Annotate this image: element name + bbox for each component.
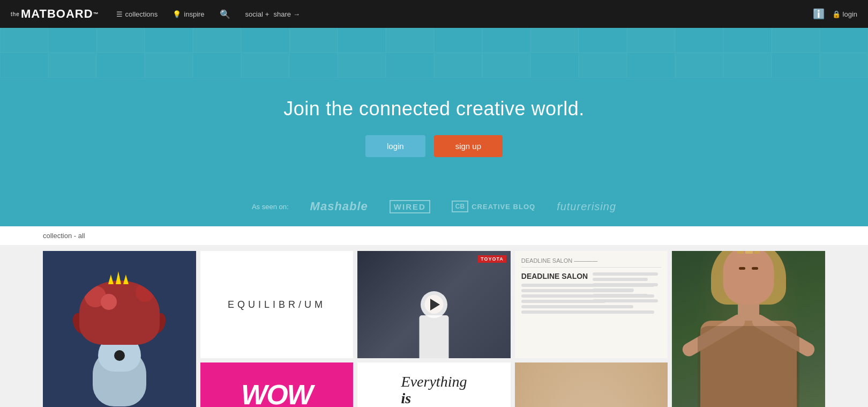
menu-icon: ☰: [116, 10, 123, 18]
grid-cell: [820, 28, 868, 53]
grid-cell: [723, 28, 772, 53]
hero-login-button[interactable]: login: [365, 135, 425, 157]
toyota-label: TOYOTA: [478, 255, 506, 263]
card-wow[interactable]: WOW: [200, 362, 354, 407]
card-document[interactable]: DEADLINE SALON ———— DEADLINE SALON: [515, 251, 668, 358]
press-creativebloq: CB CREATIVE BLOQ: [452, 201, 535, 212]
card-illustration[interactable]: [43, 251, 196, 407]
masonry-col-3: TOYOTA Everything is beautiful: [357, 251, 511, 407]
press-mashable: Mashable: [310, 199, 368, 213]
as-seen-on-bar: As seen on: Mashable WIRED CB CREATIVE B…: [0, 199, 868, 213]
portrait-figure: [672, 251, 825, 407]
grid-cell: [241, 28, 289, 53]
masonry-section: EQUILIBR/UM WOW: [0, 246, 868, 407]
grid-cell: [48, 28, 96, 53]
grid-cell: [338, 53, 386, 77]
grid-cell: [386, 53, 434, 77]
grid-cell: [145, 53, 193, 77]
grid-cell: [338, 28, 386, 53]
card-equilibrium[interactable]: EQUILIBR/UM: [200, 251, 354, 358]
logo-tm: ™: [93, 11, 99, 17]
lightbulb-icon: 💡: [173, 10, 181, 18]
navbar: the MATBOARD ™ ☰ collections 💡 inspire 🔍…: [0, 0, 868, 28]
grid-cell: [772, 53, 820, 77]
grid-cell: [145, 28, 193, 53]
masonry-col-2: EQUILIBR/UM WOW: [200, 251, 354, 407]
hero-signup-button[interactable]: sign up: [434, 135, 503, 157]
grid-cell: [386, 28, 434, 53]
hero-section: Join the connected creative world. login…: [0, 28, 868, 226]
doc-second-col: [593, 272, 662, 302]
grid-cell: [96, 28, 145, 53]
grid-cell: [723, 53, 772, 77]
social-button[interactable]: social +: [245, 10, 270, 18]
masonry-col-5: [672, 251, 825, 407]
grid-cell: [193, 28, 241, 53]
doc-line: [521, 310, 655, 314]
beautiful-content: Everything is beautiful: [393, 366, 476, 407]
collections-link[interactable]: ☰ collections: [110, 10, 164, 18]
grid-cell: [434, 53, 482, 77]
grid-cell: [241, 53, 289, 77]
grid-cell: [289, 28, 338, 53]
share-button[interactable]: share →: [273, 10, 300, 18]
play-button[interactable]: [421, 291, 447, 318]
hero-title: Join the connected creative world.: [283, 98, 584, 120]
grid-cell: [48, 53, 96, 77]
doc-header: DEADLINE SALON ————: [521, 257, 662, 268]
nav-links: ☰ collections 💡 inspire 🔍 social + share…: [110, 9, 306, 19]
collection-bar: collection - all: [0, 226, 868, 246]
card-beautiful[interactable]: Everything is beautiful: [357, 362, 511, 407]
info-icon[interactable]: ℹ️: [813, 8, 825, 20]
grid-cell: [193, 53, 241, 77]
search-button[interactable]: 🔍: [213, 9, 237, 19]
logo-the: the: [11, 11, 20, 17]
wow-text: WOW: [241, 379, 312, 407]
press-futurerising: futurerising: [557, 201, 616, 213]
social-share-group: social + share →: [239, 10, 306, 18]
hero-buttons: login sign up: [283, 135, 584, 157]
hero-content: Join the connected creative world. login…: [283, 98, 584, 157]
card-portrait[interactable]: [672, 251, 825, 407]
grid-cell: [289, 53, 338, 77]
grid-cell: [530, 28, 579, 53]
press-wired: WIRED: [390, 200, 430, 213]
grid-cell: [96, 53, 145, 77]
doc-line: [521, 305, 633, 308]
masonry-grid: EQUILIBR/UM WOW: [43, 251, 825, 407]
masonry-col-1: [43, 251, 196, 407]
grid-cell: [675, 28, 723, 53]
typography-background: [515, 362, 668, 407]
inspire-link[interactable]: 💡 inspire: [166, 10, 211, 18]
grid-cell: [772, 28, 820, 53]
grid-cell: [434, 28, 482, 53]
lock-icon: 🔒: [832, 10, 841, 18]
masonry-col-4: DEADLINE SALON ———— DEADLINE SALON: [515, 251, 668, 407]
collection-label: collection - all: [43, 232, 85, 240]
navbar-right: ℹ️ 🔒 login: [813, 8, 857, 20]
login-link[interactable]: 🔒 login: [832, 10, 857, 18]
card-video[interactable]: TOYOTA: [357, 251, 511, 358]
card-typography[interactable]: OLD is the new NEW: [515, 362, 668, 407]
grid-cell: [0, 28, 48, 53]
logo[interactable]: the MATBOARD ™: [11, 7, 99, 21]
grid-cell: [0, 53, 48, 77]
grid-cell: [627, 53, 675, 77]
beautiful-text: Everything is beautiful: [401, 374, 467, 407]
logo-brand: MATBOARD: [21, 7, 93, 21]
play-triangle-icon: [430, 299, 440, 310]
grid-cell: [675, 53, 723, 77]
as-seen-label: As seen on:: [252, 203, 289, 211]
equilibrium-title: EQUILIBR/UM: [228, 299, 326, 310]
grid-cell: [482, 53, 530, 77]
grid-cell: [820, 53, 868, 77]
grid-cell: [482, 28, 530, 53]
grid-cell: [627, 28, 675, 53]
grid-cell: [579, 53, 627, 77]
grid-cell: [579, 28, 627, 53]
grid-cell: [530, 53, 579, 77]
